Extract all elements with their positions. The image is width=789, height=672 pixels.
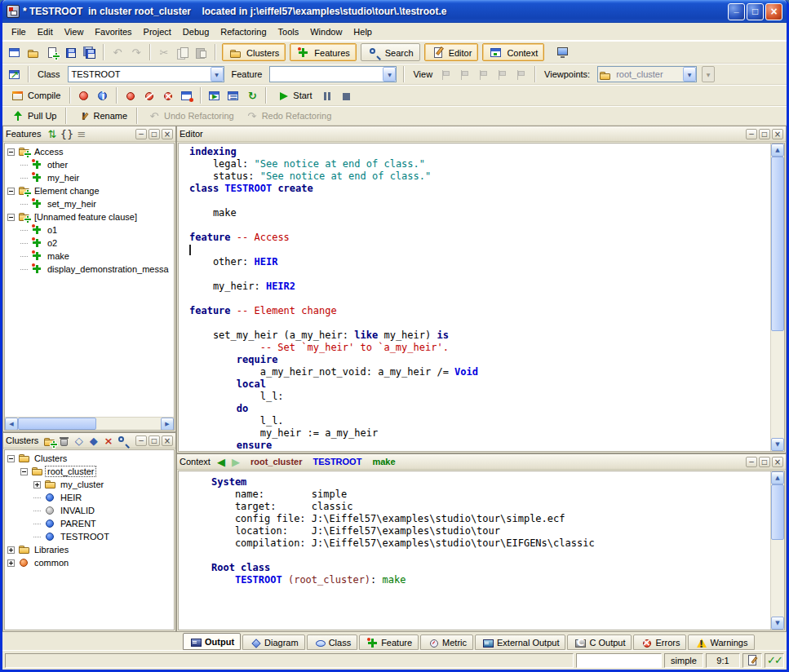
scroll-up-button[interactable] [771, 471, 784, 484]
context-minimize-button[interactable] [746, 457, 757, 467]
save-button[interactable] [62, 43, 80, 61]
project-info-button[interactable]: i [94, 86, 112, 104]
pull-up-button[interactable]: Pull Up [6, 107, 61, 125]
open-folder-button[interactable] [24, 43, 42, 61]
title-bar[interactable]: * TESTROOT in cluster root_cluster locat… [2, 0, 787, 23]
scrollbar-thumb[interactable] [771, 484, 784, 540]
menu-favorites[interactable]: Favorites [89, 25, 137, 38]
tree-item-invalid[interactable]: INVALID [5, 504, 174, 517]
compile-button[interactable]: Compile [6, 86, 65, 104]
tree-expander-icon[interactable] [7, 214, 15, 221]
trash-button[interactable] [57, 434, 71, 447]
history-back-button[interactable]: ◀ [215, 456, 228, 468]
menu-edit[interactable]: Edit [32, 25, 59, 38]
breadcrumb-root-cluster[interactable]: root_cluster [250, 457, 303, 466]
tree-item-o1[interactable]: o1 [5, 223, 174, 237]
history-forward-button[interactable]: ▶ [229, 456, 242, 468]
context-panel-header[interactable]: Context ◀ ▶ root_clusterTESTROOTmake [177, 454, 786, 470]
show-comments-button[interactable]: ≡ [74, 127, 88, 140]
external-editor-button[interactable] [554, 43, 572, 61]
stop-button[interactable] [337, 86, 355, 104]
expand-all-button[interactable]: ◆ [86, 434, 100, 447]
features-horizontal-scrollbar[interactable] [5, 417, 174, 430]
scrollbar-thumb[interactable] [18, 418, 96, 430]
menu-debug[interactable]: Debug [177, 25, 215, 38]
tree-expander-icon[interactable] [7, 455, 15, 462]
feature-combobox[interactable] [269, 66, 397, 82]
clusters-panel-header[interactable]: Clusters ◇◆× [3, 433, 175, 449]
feature-dropdown-arrow-icon[interactable] [383, 67, 396, 82]
class-combobox[interactable]: TESTROOT [68, 66, 224, 82]
refresh-button[interactable]: ↻ [243, 86, 261, 104]
tree-item-display-demonstration-messa[interactable]: display_demonstration_messa [5, 263, 174, 276]
tab-feature[interactable]: Feature [359, 634, 419, 650]
menu-tools[interactable]: Tools [273, 25, 305, 38]
tree-item-o2[interactable]: o2 [5, 237, 174, 250]
editor-close-button[interactable] [772, 129, 783, 139]
menu-project[interactable]: Project [138, 25, 177, 38]
tree-item-parent[interactable]: PARENT [5, 517, 174, 530]
menu-file[interactable]: File [6, 25, 32, 38]
clusters-tree[interactable]: Clustersroot_clustermy_clusterHEIRINVALI… [5, 450, 174, 630]
find-button[interactable] [116, 434, 130, 447]
tree-item-access[interactable]: Access [5, 145, 174, 158]
minimize-button[interactable] [728, 3, 745, 20]
toggle-alphabetical-button[interactable]: ⇅ [45, 127, 59, 140]
toggle-search[interactable]: Search [361, 43, 420, 61]
debug-tool-button[interactable]: ≡ [224, 86, 242, 104]
tree-item-my-heir[interactable]: my_heir [5, 171, 174, 184]
tree-item-root-cluster[interactable]: root_cluster [5, 465, 174, 478]
context-maximize-button[interactable] [759, 457, 770, 467]
disable-breakpoints-button[interactable] [140, 86, 158, 104]
tab-c-output[interactable]: CC Output [567, 634, 632, 650]
menu-refactoring[interactable]: Refactoring [215, 25, 272, 38]
send-to-new-window-button[interactable]: ↗ [6, 65, 24, 83]
editor-text-area[interactable]: indexing legal: "See notice at end of cl… [179, 144, 770, 451]
menu-help[interactable]: Help [348, 25, 378, 38]
scroll-up-button[interactable] [771, 144, 784, 157]
tree-item-element-change[interactable]: Element change [5, 184, 174, 197]
remove-button[interactable]: × [101, 434, 115, 447]
scrollbar-track[interactable] [771, 157, 784, 438]
show-signature-button[interactable]: {} [60, 127, 73, 140]
tree-expander-icon[interactable] [7, 546, 15, 554]
scroll-down-button[interactable] [771, 438, 784, 451]
scrollbar-track[interactable] [18, 418, 161, 430]
new-document-button[interactable] [43, 43, 61, 61]
tree-expander-icon[interactable] [7, 188, 15, 195]
context-close-button[interactable] [772, 457, 783, 467]
tree-expander-icon[interactable] [33, 481, 41, 489]
debug-window-button[interactable]: ▸ [206, 86, 224, 104]
enable-breakpoints-button[interactable] [122, 86, 140, 104]
maximize-button[interactable] [747, 3, 764, 20]
tab-errors[interactable]: ×Errors [633, 634, 686, 650]
new-window-button[interactable] [6, 43, 24, 61]
features-tree[interactable]: Accessothermy_heirElement changeset_my_h… [5, 144, 174, 417]
tab-output[interactable]: Output [183, 633, 241, 650]
features-panel-header[interactable]: Features ⇅{}≡ [3, 126, 175, 142]
clusters-minimize-button[interactable] [135, 435, 147, 446]
toggle-context[interactable]: Context [482, 43, 544, 61]
tab-metric[interactable]: Metric [420, 634, 473, 650]
tree-item-make[interactable]: make [5, 250, 174, 263]
pause-button[interactable] [318, 86, 336, 104]
context-vertical-scrollbar[interactable] [770, 471, 784, 630]
breakpoints-tool-button[interactable] [178, 86, 196, 104]
features-maximize-button[interactable] [148, 129, 160, 139]
viewpoints-combobox[interactable]: root_cluster [597, 66, 697, 82]
tab-diagram[interactable]: Diagram [242, 634, 305, 650]
start-button[interactable]: Start [271, 86, 317, 104]
breadcrumb-testroot[interactable]: TESTROOT [313, 457, 362, 466]
tree-item-heir[interactable]: HEIR [5, 491, 174, 504]
editor-panel-header[interactable]: Editor [177, 126, 786, 142]
tree-item-common[interactable]: common [5, 556, 174, 569]
tree-item-unnamed-feature-clause[interactable]: [Unnamed feature clause] [5, 210, 174, 223]
viewpoints-dropdown-arrow-icon[interactable] [683, 67, 696, 82]
editor-maximize-button[interactable] [759, 129, 770, 139]
features-minimize-button[interactable] [135, 129, 147, 139]
toggle-editor[interactable]: Editor [424, 43, 479, 61]
scrollbar-thumb[interactable] [771, 157, 784, 331]
close-button[interactable] [765, 3, 782, 20]
context-output-area[interactable]: System name: simple target: classic conf… [179, 471, 770, 630]
features-close-button[interactable] [162, 129, 173, 139]
